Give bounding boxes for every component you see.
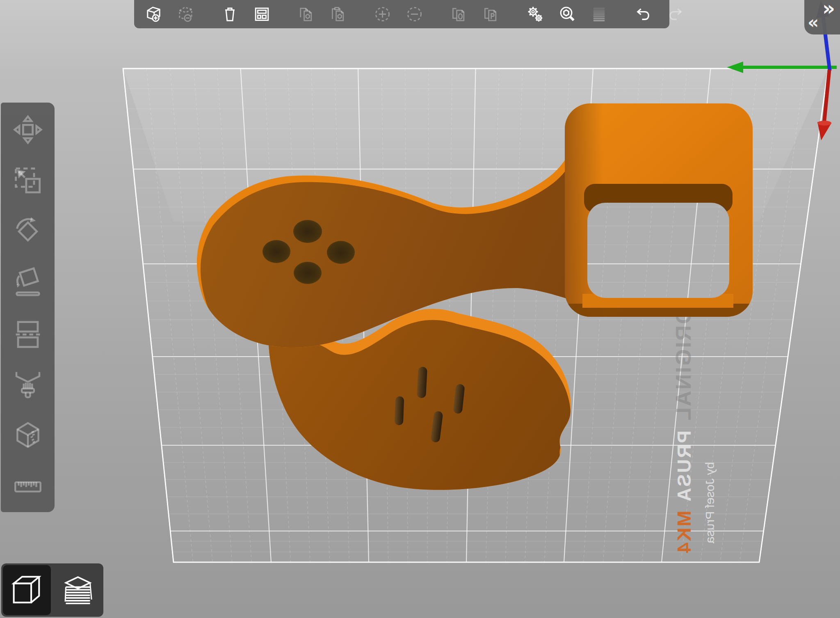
paintbrush-icon	[11, 367, 45, 401]
left-toolbar	[1, 103, 55, 512]
search-button[interactable]	[553, 2, 580, 27]
add-object-button[interactable]	[140, 2, 167, 27]
seam-cube-icon	[11, 418, 45, 452]
bed-text-prusa: PRUSA	[673, 430, 695, 503]
copy-button[interactable]	[292, 2, 320, 27]
remove-instance-button[interactable]	[401, 2, 428, 27]
arrange-icon	[252, 5, 272, 24]
add-instance-button[interactable]	[369, 2, 396, 27]
sidebar-collapse-panel: » «	[804, 0, 840, 34]
copy-icon	[297, 5, 316, 24]
layers-icon	[589, 5, 609, 24]
scale-icon	[11, 164, 45, 197]
undo-icon	[634, 5, 653, 24]
top-toolbar	[134, 0, 669, 28]
remove-cube-icon	[176, 5, 195, 24]
view-switcher	[1, 563, 103, 617]
bed-text-mk4: MK4	[673, 511, 695, 554]
view-3d-editor-button[interactable]	[3, 565, 51, 615]
arrange-button[interactable]	[248, 2, 275, 27]
place-on-face-tool-button[interactable]	[7, 262, 48, 303]
move-icon	[11, 113, 45, 146]
settings-button[interactable]	[521, 2, 548, 27]
rotate-tool-button[interactable]	[7, 211, 48, 252]
cut-tool-button[interactable]	[7, 313, 48, 354]
variable-layer-height-button[interactable]	[585, 2, 612, 27]
paint-supports-tool-button[interactable]	[7, 364, 48, 405]
plus-circle-icon	[373, 5, 392, 24]
undo-button[interactable]	[630, 2, 657, 27]
axis-x-cone-base	[817, 121, 831, 126]
gears-icon	[525, 5, 545, 24]
bed-text-original: ORIGINAL	[671, 307, 695, 421]
redo-icon	[666, 5, 685, 24]
view-sliced-preview-button[interactable]	[54, 565, 102, 615]
scale-tool-button[interactable]	[7, 160, 48, 201]
delete-object-button[interactable]	[172, 2, 199, 27]
search-icon	[557, 5, 577, 24]
move-tool-button[interactable]	[7, 109, 48, 150]
cube-view-icon	[7, 570, 46, 610]
rotate-icon	[11, 215, 45, 248]
delete-all-button[interactable]	[216, 2, 243, 27]
bed-text-byline: by Josef Prusa	[703, 462, 717, 544]
split-to-parts-button[interactable]	[477, 2, 504, 27]
expand-sidebar-button[interactable]: »	[822, 0, 835, 18]
split-to-objects-button[interactable]	[445, 2, 472, 27]
paste-icon	[329, 5, 348, 24]
place-on-face-icon	[11, 266, 45, 299]
add-cube-icon	[144, 5, 163, 24]
svg-text:ORIGINAL PRUSA MK4: ORIGINAL PRUSA MK4	[671, 307, 695, 554]
ruler-icon	[11, 469, 45, 503]
paste-button[interactable]	[324, 2, 352, 27]
measure-tool-button[interactable]	[7, 465, 48, 506]
split-objects-icon	[449, 5, 468, 24]
viewport-3d[interactable]: ORIGINAL PRUSA MK4 by Josef Prusa	[0, 0, 840, 618]
cut-icon	[11, 316, 45, 350]
layers-view-icon	[58, 570, 98, 610]
redo-button[interactable]	[662, 2, 689, 27]
collapse-sidebar-button[interactable]: «	[808, 14, 819, 31]
split-parts-icon	[481, 5, 500, 24]
seam-tool-button[interactable]	[7, 414, 48, 455]
trash-icon	[220, 5, 240, 24]
minus-circle-icon	[405, 5, 424, 24]
